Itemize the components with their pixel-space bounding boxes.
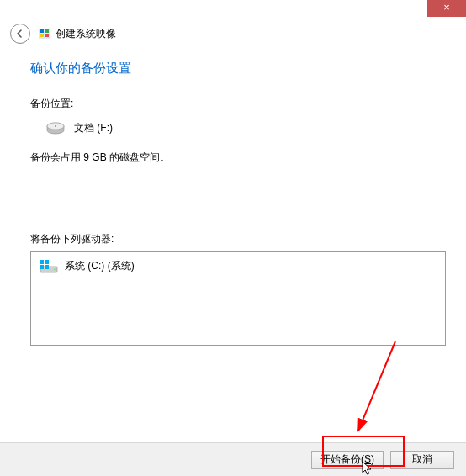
close-icon: ×	[443, 1, 450, 13]
svg-rect-2	[45, 29, 49, 33]
window-title-area: 创建系统映像	[39, 27, 116, 41]
svg-rect-13	[40, 265, 44, 269]
start-backup-prefix: 开始备份(	[320, 453, 364, 465]
backup-location-label: 备份位置:	[30, 97, 446, 111]
drive-row: 系统 (C:) (系统)	[40, 259, 437, 273]
backup-destination-row: 文档 (F:)	[45, 121, 446, 135]
svg-line-15	[358, 341, 395, 431]
app-icon	[39, 28, 50, 40]
svg-point-9	[54, 268, 56, 270]
content: 确认你的备份设置 备份位置: 文档 (F:) 备份会占用 9 GB 的磁盘空间。…	[30, 61, 446, 346]
back-arrow-icon	[15, 29, 25, 39]
back-button[interactable]	[10, 24, 30, 44]
titlebar: ×	[0, 0, 466, 17]
page-heading: 确认你的备份设置	[30, 61, 446, 77]
svg-rect-12	[45, 260, 49, 264]
svg-rect-4	[45, 34, 49, 37]
svg-point-7	[55, 125, 56, 127]
svg-rect-11	[40, 260, 44, 264]
drives-listbox[interactable]: 系统 (C:) (系统)	[30, 251, 446, 346]
hard-drive-icon	[45, 122, 66, 135]
start-backup-button[interactable]: 开始备份(S)	[311, 451, 384, 469]
svg-rect-1	[40, 29, 44, 33]
svg-rect-14	[45, 265, 49, 269]
drives-label: 将备份下列驱动器:	[30, 232, 446, 246]
footer: 开始备份(S) 取消	[0, 442, 466, 476]
header: 创建系统映像	[10, 24, 456, 44]
backup-destination-text: 文档 (F:)	[74, 121, 113, 135]
size-estimate: 备份会占用 9 GB 的磁盘空间。	[30, 151, 446, 165]
start-backup-hotkey: S	[364, 453, 371, 465]
start-backup-suffix: )	[371, 453, 374, 465]
cancel-button[interactable]: 取消	[390, 451, 454, 469]
drive-name: 系统 (C:) (系统)	[65, 259, 135, 273]
close-button[interactable]: ×	[427, 0, 466, 17]
window-title: 创建系统映像	[56, 27, 116, 41]
svg-rect-3	[40, 34, 44, 37]
system-drive-icon	[40, 260, 58, 273]
